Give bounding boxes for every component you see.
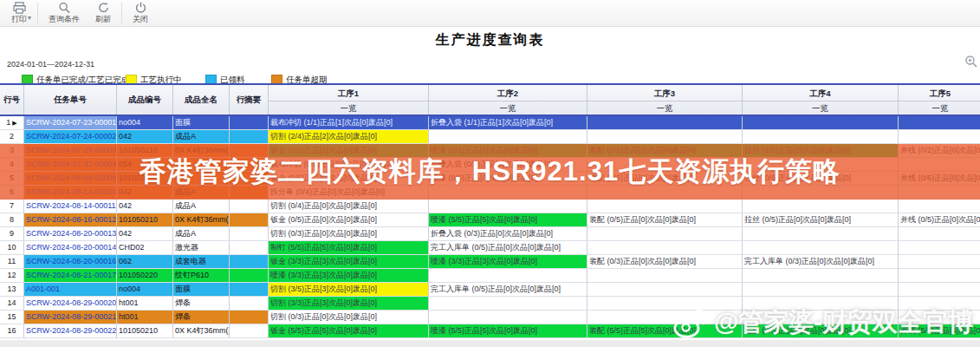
refresh-label: 刷新 [95,15,111,23]
process-cell: 折叠入袋 (1/1)正品[1]次品[0]废品[0] [429,116,587,130]
summary-cell [230,311,269,324]
process-cell: 钣金 (3/3)正品[3]次品[0]废品[0] [269,255,429,269]
name-cell: 纹钉P610 [173,269,230,283]
task-cell: A001-001 [24,283,117,297]
refresh-button[interactable]: 刷新 [88,0,119,23]
summary-cell [230,213,269,227]
process-header-label: 工序4 [743,85,899,101]
table-row[interactable]: 12SCRW-2024-08-21-00017101050220纹钉P610喷漆… [0,269,980,283]
name-cell: 焊条 [173,311,230,324]
table-row[interactable]: 9SCRW-2024-08-20-00013042成品A切割 (0/3)正品[0… [0,227,980,241]
close-button[interactable]: 关闭 [125,0,156,23]
name-cell: 焊条 [173,297,230,311]
refresh-icon [97,2,110,14]
row-number-cell: 15 [0,311,24,324]
process-cell: 喷漆 (5/5)正品[5]次品[0]废品[0] [429,213,587,227]
process-subheader-label: 一览 [899,101,980,115]
print-label: 打印 [11,15,27,23]
summary-cell [230,227,269,241]
name-cell: 0X K4钉36mm(2000 [173,324,230,338]
process-cell [899,283,980,297]
row-number-cell: 14 [0,297,24,311]
code-cell: ht001 [117,297,173,311]
process-cell: 切割 (0/3)正品[0]次品[0]废品[0] [269,311,429,324]
process-subheader-label: 一览 [429,101,587,115]
process-cell [899,116,980,130]
process-cell: 喷漆 (3/3)正品[3]次品[0]废品[0] [269,269,429,283]
table-row[interactable]: 11SCRW-2024-08-20-00016062成套电器钣金 (3/3)正品… [0,255,980,269]
name-cell: 面膜 [173,283,230,297]
process-cell: 切割 (2/4)正品[2]次品[0]废品[0] [269,130,429,144]
table-row[interactable]: 2SCRW-2024-07-24-00002042成品A切割 (2/4)正品[2… [0,130,980,144]
magnifier-plus-icon[interactable] [964,55,978,72]
process-cell [899,269,980,283]
process-cell [429,297,587,311]
task-cell: SCRW-2024-08-20-00016 [24,255,117,269]
task-cell: SCRW-2024-08-20-00013 [24,227,117,241]
process-cell: 装配 (0/5)正品[0]次品[0]废品[0] [587,213,743,227]
row-number-cell: 16 [0,324,24,338]
process-cell: 完工入库单 (0/5)正品[0]次品[0]废品[0] [429,241,587,255]
task-cell: SCRW-2024-08-16-00012 [24,213,117,227]
task-cell: SCRW-2024-08-14-00011 [24,200,117,213]
row-number-cell: 12 [0,269,24,283]
table-row[interactable]: 8SCRW-2024-08-16-000121010502100X K4钉36m… [0,213,980,227]
process-cell [899,241,980,255]
process-cell: 裁布冲切 (1/1)正品[1]次品[0]废品[0] [269,116,429,130]
current-row-arrow-icon: ▶ [10,120,16,126]
task-cell: SCRW-2024-08-20-00014 [24,241,117,255]
row-number-cell: 2 [0,130,24,144]
table-header: 行号任务单号成品编号成品全名行摘要工序1一览工序2一览工序3一览工序4一览工序5… [0,85,980,116]
table-footer-area [0,340,980,347]
process-cell: 并线 (0/5)正品[0]次品[0]废品[0] [899,213,980,227]
process-cell [743,241,899,255]
process-cell [587,200,743,213]
name-cell: 激光器 [173,241,230,255]
name-cell: 0X K4钉36mm(2000 [173,213,230,227]
search-icon [58,2,71,14]
row-number-cell: 7 [0,200,24,213]
task-cell: SCRW-2024-08-29-00021 [24,311,117,324]
table-row[interactable]: 10SCRW-2024-08-20-00014CHD02激光器制钉 (5/5)正… [0,241,980,255]
process-cell: 切割 (3/3)正品[3]次品[0]废品[0] [269,297,429,311]
process-cell [587,116,743,130]
code-cell: 042 [117,227,173,241]
process-cell: 装配 (0/3)正品[0]次品[0]废品[0] [587,255,743,269]
table-row[interactable]: 13A001-001no004面膜切割 (3/5)正品[3]次品[0]废品[0]… [0,283,980,297]
close-label: 关闭 [133,15,148,23]
column-header-process-1: 工序1一览 [269,85,429,115]
overlay-banner: 香港管家婆二四六资料库，HSR921.31七天资源执行策略 [0,144,980,200]
code-cell: no004 [117,116,173,130]
process-cell [743,269,899,283]
watermark: @管家婆-财贸双全官博 [672,305,973,340]
printer-icon [13,2,26,14]
summary-cell [230,269,269,283]
task-cell: SCRW-2024-08-29-00022 [24,324,117,338]
print-button[interactable]: 打印 ▼ [3,0,35,23]
toolbar-separator [37,3,38,23]
summary-cell [230,283,269,297]
process-cell [429,200,587,213]
process-cell: 拉丝 (0/5)正品[0]次品[0]废品[0] [743,213,899,227]
process-header-label: 工序5 [899,85,980,101]
watermark-text: @管家婆-财贸双全官博 [714,305,973,340]
query-conditions-button[interactable]: 查询条件 [41,0,88,23]
process-cell [743,130,899,144]
process-cell [587,130,743,144]
table-row[interactable]: 7SCRW-2024-08-14-00011042成品A切割 (0/4)正品[0… [0,200,980,213]
summary-cell [230,116,269,130]
process-cell: 切割 (0/3)正品[0]次品[0]废品[0] [269,227,429,241]
name-cell: 成品A [173,227,230,241]
summary-cell [230,297,269,311]
process-cell: 切割 (0/4)正品[0]次品[0]废品[0] [269,200,429,213]
column-header-process-2: 工序2一览 [429,85,587,115]
row-number-cell: 11 [0,255,24,269]
process-cell: 折叠入袋 (0/3)正品[0]次品[0]废品[0] [429,227,587,241]
process-cell [743,227,899,241]
code-cell: 101050220 [117,269,173,283]
summary-cell [230,200,269,213]
column-header-left-3: 成品全名 [173,85,230,115]
table-row[interactable]: 1 ▶SCRW-2024-07-23-00001no004面膜裁布冲切 (1/1… [0,116,980,130]
process-header-label: 工序2 [429,85,587,101]
process-cell [899,227,980,241]
